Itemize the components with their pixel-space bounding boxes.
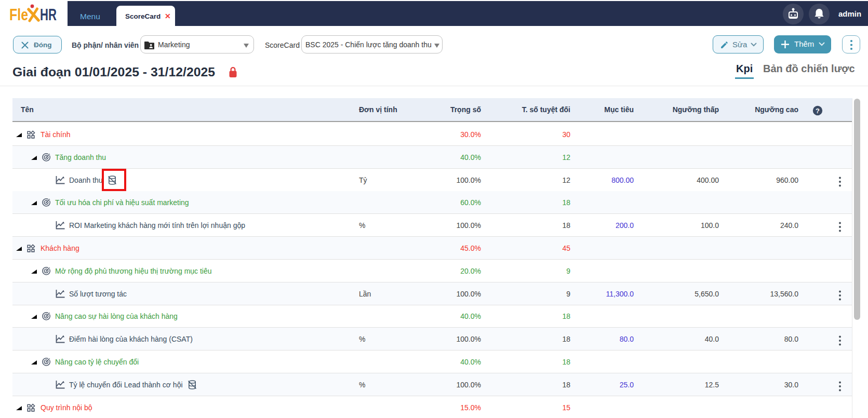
svg-text:Fle: Fle (9, 6, 28, 24)
svg-text:?: ? (816, 107, 820, 115)
svg-text:HR: HR (40, 6, 57, 24)
